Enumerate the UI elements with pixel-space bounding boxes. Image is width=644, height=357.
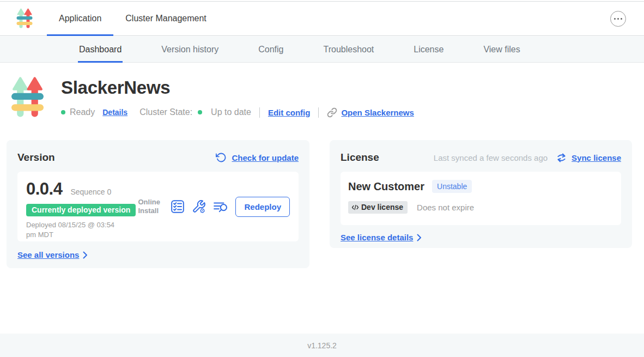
console-footer: v1.125.2 xyxy=(0,334,644,357)
cluster-state-label: Cluster State: xyxy=(139,107,192,117)
customer-name: New Customer xyxy=(348,180,424,193)
license-card-title: License xyxy=(341,152,379,164)
ellipsis-icon xyxy=(614,18,622,20)
see-license-details-link[interactable]: See license details xyxy=(341,233,422,242)
app-subnav: Dashboard Version history Config Trouble… xyxy=(0,37,644,63)
nav-tab-label: Cluster Management xyxy=(125,14,206,23)
tab-license[interactable]: License xyxy=(414,37,443,62)
install-type-label: Online Install xyxy=(138,198,163,216)
page-title: SlackerNews xyxy=(61,77,170,98)
tab-dashboard[interactable]: Dashboard xyxy=(79,37,121,62)
app-logo-icon xyxy=(11,76,44,122)
version-sequence: Sequence 0 xyxy=(70,187,111,196)
channel-badge: Unstable xyxy=(432,180,472,193)
deployed-status-badge: Currently deployed version xyxy=(26,204,136,216)
code-icon xyxy=(351,204,359,210)
version-actions: Online Install xyxy=(138,197,290,217)
sync-license-link[interactable]: Sync license xyxy=(572,153,621,162)
tab-label: View files xyxy=(483,45,520,55)
chevron-right-icon xyxy=(417,234,422,241)
cluster-state-value: Up to date xyxy=(211,107,251,117)
check-for-update-link[interactable]: Check for update xyxy=(232,153,299,162)
version-number: 0.0.4 xyxy=(26,179,62,199)
cluster-state-dot xyxy=(198,110,202,114)
divider xyxy=(259,107,260,118)
sync-arrows-icon xyxy=(556,153,567,163)
version-card-header: Version Check for update xyxy=(17,150,299,165)
version-card-title: Version xyxy=(17,152,55,164)
link-chain-icon xyxy=(327,107,337,118)
tab-label: Dashboard xyxy=(79,45,121,55)
status-details-link[interactable]: Details xyxy=(102,108,127,117)
refresh-icon xyxy=(216,152,227,163)
redeploy-button[interactable]: Redeploy xyxy=(235,197,290,217)
tab-label: Version history xyxy=(161,45,218,55)
slackernews-logo-icon xyxy=(16,8,33,29)
app-status-dot xyxy=(61,110,65,114)
edit-config-link[interactable]: Edit config xyxy=(268,108,311,117)
overflow-menu-button[interactable] xyxy=(610,11,626,27)
see-all-versions-link[interactable]: See all versions xyxy=(17,250,88,259)
primary-nav: Application Cluster Management xyxy=(47,2,218,35)
config-wrench-gear-icon[interactable] xyxy=(192,199,206,214)
deployed-timestamp: Deployed 08/15/25 @ 03:54 pm MDT xyxy=(26,220,123,239)
nav-tab-cluster-management[interactable]: Cluster Management xyxy=(113,2,218,35)
see-all-versions-label: See all versions xyxy=(17,250,79,259)
tab-version-history[interactable]: Version history xyxy=(161,37,218,62)
tab-label: Troubleshoot xyxy=(323,45,374,55)
preflight-checklist-icon[interactable] xyxy=(171,199,185,214)
license-type-label: Dev license xyxy=(361,203,403,211)
last-synced-text: Last synced a few seconds ago xyxy=(434,153,548,162)
view-logs-icon[interactable] xyxy=(213,199,228,214)
see-license-details-label: See license details xyxy=(341,233,413,242)
app-status-row: Ready Details Cluster State: Up to date … xyxy=(61,107,414,118)
open-app-link[interactable]: Open Slackernews xyxy=(327,107,414,118)
nav-tab-label: Application xyxy=(59,14,101,23)
top-navbar: Application Cluster Management xyxy=(0,1,644,36)
version-card: Version Check for update 0.0.4 Sequence … xyxy=(7,140,309,268)
tab-label: Config xyxy=(258,45,283,55)
license-summary-panel: New Customer Unstable Dev license Does n… xyxy=(341,172,621,225)
tab-config[interactable]: Config xyxy=(258,37,283,62)
app-status-label: Ready xyxy=(70,107,95,117)
license-expiry: Does not expire xyxy=(417,203,474,212)
tab-view-files[interactable]: View files xyxy=(483,37,520,62)
license-card-header: License Last synced a few seconds ago Sy… xyxy=(341,150,621,165)
license-card: License Last synced a few seconds ago Sy… xyxy=(330,140,632,248)
nav-tab-application[interactable]: Application xyxy=(47,2,113,35)
license-type-badge: Dev license xyxy=(348,201,408,214)
current-version-panel: 0.0.4 Sequence 0 Currently deployed vers… xyxy=(17,172,299,241)
chevron-right-icon xyxy=(83,251,88,259)
tab-troubleshoot[interactable]: Troubleshoot xyxy=(323,37,374,62)
open-app-label: Open Slackernews xyxy=(341,108,414,117)
console-version: v1.125.2 xyxy=(307,341,337,350)
tab-label: License xyxy=(414,45,443,55)
divider xyxy=(318,107,319,118)
